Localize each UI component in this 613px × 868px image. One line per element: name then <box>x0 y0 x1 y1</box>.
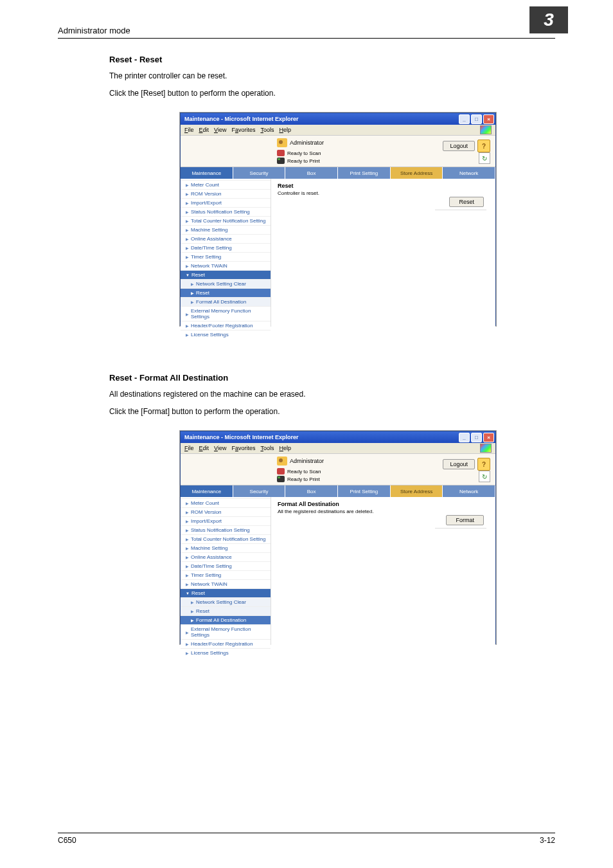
scanner-icon <box>277 468 285 475</box>
maximize-icon[interactable]: □ <box>471 433 482 442</box>
sidebar-item-external-memory[interactable]: External Memory Function Settings <box>181 306 271 321</box>
tab-maintenance[interactable]: Maintenance <box>181 485 233 497</box>
sidebar-item-reset-sub[interactable]: Reset <box>181 288 271 297</box>
sidebar-item-online-assistance[interactable]: Online Assistance <box>181 234 271 243</box>
sidebar-item-import-export[interactable]: Import/Export <box>181 198 271 207</box>
section2-heading: Reset - Format All Destination <box>109 373 555 383</box>
sidebar-item-license-settings[interactable]: License Settings <box>181 648 271 657</box>
administrator-label: Administrator <box>290 458 324 464</box>
ready-scan-label: Ready to Scan <box>287 150 321 156</box>
menu-view[interactable]: View <box>214 445 226 451</box>
menu-help[interactable]: Help <box>279 127 291 133</box>
sidebar-item-total-counter-notification[interactable]: Total Counter Notification Setting <box>181 534 271 543</box>
ie-logo-icon <box>480 444 492 453</box>
sidebar-item-rom-version[interactable]: ROM Version <box>181 507 271 516</box>
tab-print-setting[interactable]: Print Setting <box>338 167 391 179</box>
menu-edit[interactable]: Edit <box>199 445 209 451</box>
window-title: Maintenance - Microsoft Internet Explore… <box>184 116 299 122</box>
ready-print-label: Ready to Print <box>287 158 320 164</box>
panel-title: Format All Destination <box>278 501 489 507</box>
panel-text: Controller is reset. <box>278 190 489 196</box>
sidebar-item-machine-setting[interactable]: Machine Setting <box>181 543 271 552</box>
sidebar-item-timer-setting[interactable]: Timer Setting <box>181 252 271 261</box>
administrator-label: Administrator <box>290 140 324 146</box>
sidebar-item-network-setting-clear[interactable]: Network Setting Clear <box>181 597 271 606</box>
reset-button[interactable]: Reset <box>449 197 484 207</box>
menu-edit[interactable]: Edit <box>199 127 209 133</box>
menu-favorites[interactable]: Favorites <box>231 127 255 133</box>
screenshot-format: Maintenance - Microsoft Internet Explore… <box>180 431 496 644</box>
sidebar-item-meter-count[interactable]: Meter Count <box>181 180 271 189</box>
tab-network[interactable]: Network <box>443 167 495 179</box>
menu-file[interactable]: File <box>184 445 194 451</box>
administrator-icon <box>277 457 287 466</box>
sidebar-item-status-notification[interactable]: Status Notification Setting <box>181 207 271 216</box>
tab-security[interactable]: Security <box>233 485 286 497</box>
refresh-icon[interactable]: ↻ <box>479 471 490 482</box>
sidebar-item-total-counter-notification[interactable]: Total Counter Notification Setting <box>181 216 271 225</box>
sidebar-item-header-footer[interactable]: Header/Footer Registration <box>181 321 271 330</box>
sidebar-item-import-export[interactable]: Import/Export <box>181 516 271 525</box>
sidebar-item-online-assistance[interactable]: Online Assistance <box>181 552 271 561</box>
sidebar-item-machine-setting[interactable]: Machine Setting <box>181 225 271 234</box>
menu-view[interactable]: View <box>214 127 226 133</box>
minimize-icon[interactable]: _ <box>459 433 470 442</box>
tab-store-address[interactable]: Store Address <box>391 167 443 179</box>
sidebar-item-rom-version[interactable]: ROM Version <box>181 189 271 198</box>
sidebar-item-header-footer[interactable]: Header/Footer Registration <box>181 639 271 648</box>
sidebar-item-timer-setting[interactable]: Timer Setting <box>181 570 271 579</box>
menu-file[interactable]: File <box>184 127 194 133</box>
tab-maintenance[interactable]: Maintenance <box>181 167 233 179</box>
window-title: Maintenance - Microsoft Internet Explore… <box>184 434 299 440</box>
tab-store-address[interactable]: Store Address <box>391 485 443 497</box>
sidebar-item-datetime-setting[interactable]: Date/Time Setting <box>181 561 271 570</box>
sidebar-item-reset[interactable]: Reset <box>181 270 271 279</box>
sidebar-item-format-all-destination[interactable]: Format All Destination <box>181 615 271 624</box>
divider <box>435 210 486 210</box>
sidebar-item-external-memory[interactable]: External Memory Function Settings <box>181 624 271 639</box>
panel-title: Reset <box>278 183 489 189</box>
sidebar-item-network-setting-clear[interactable]: Network Setting Clear <box>181 279 271 288</box>
section1-line2: Click the [Reset] button to perform the … <box>109 88 555 99</box>
sidebar-item-reset-sub[interactable]: Reset <box>181 606 271 615</box>
section2-line2: Click the [Format] button to perform the… <box>109 406 555 417</box>
menu-help[interactable]: Help <box>279 445 291 451</box>
logout-button[interactable]: Logout <box>443 141 475 151</box>
logout-button[interactable]: Logout <box>443 459 475 469</box>
menu-favorites[interactable]: Favorites <box>231 445 255 451</box>
administrator-icon <box>277 138 287 147</box>
sidebar-item-network-twain[interactable]: Network TWAIN <box>181 579 271 588</box>
tab-network[interactable]: Network <box>443 485 495 497</box>
tab-security[interactable]: Security <box>233 167 286 179</box>
tab-print-setting[interactable]: Print Setting <box>338 485 391 497</box>
maximize-icon[interactable]: □ <box>471 114 482 124</box>
menu-tools[interactable]: Tools <box>260 127 274 133</box>
ie-logo-icon <box>480 125 492 134</box>
divider <box>435 528 486 529</box>
help-icon[interactable]: ? <box>477 140 490 152</box>
section2-line1: All destinations registered on the machi… <box>109 389 555 400</box>
minimize-icon[interactable]: _ <box>459 114 470 124</box>
scanner-icon <box>277 150 285 156</box>
sidebar-item-license-settings[interactable]: License Settings <box>181 330 271 339</box>
sidebar-item-datetime-setting[interactable]: Date/Time Setting <box>181 243 271 252</box>
sidebar-item-reset[interactable]: Reset <box>181 588 271 597</box>
sidebar: Meter Count ROM Version Import/Export St… <box>181 179 271 327</box>
page-header-title: Administrator mode <box>58 26 130 35</box>
help-icon[interactable]: ? <box>477 458 490 471</box>
sidebar-item-network-twain[interactable]: Network TWAIN <box>181 261 271 270</box>
printer-icon <box>277 158 285 164</box>
close-icon[interactable]: × <box>483 114 494 124</box>
sidebar-item-meter-count[interactable]: Meter Count <box>181 498 271 507</box>
panel-text: All the registered destinations are dele… <box>278 509 489 514</box>
screenshot-reset: Maintenance - Microsoft Internet Explore… <box>180 113 496 326</box>
tab-box[interactable]: Box <box>285 167 338 179</box>
format-button[interactable]: Format <box>446 515 484 525</box>
tab-box[interactable]: Box <box>285 485 338 497</box>
close-icon[interactable]: × <box>483 433 494 442</box>
sidebar-item-format-all-destination[interactable]: Format All Destination <box>181 297 271 306</box>
menu-tools[interactable]: Tools <box>260 445 274 451</box>
section1-line1: The printer controller can be reset. <box>109 71 555 82</box>
refresh-icon[interactable]: ↻ <box>479 152 490 164</box>
sidebar-item-status-notification[interactable]: Status Notification Setting <box>181 525 271 534</box>
